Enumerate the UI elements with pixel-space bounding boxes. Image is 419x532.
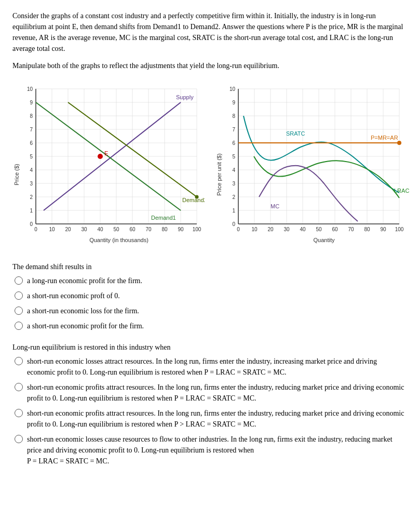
radio-circle-q2-1[interactable] [15,357,23,365]
question1-option1[interactable]: a long-run economic profit for the firm. [15,275,407,286]
pmrar-label: P=MR=AR [371,135,398,141]
svg-text:4: 4 [30,167,33,173]
mc-label: MC [271,203,279,209]
svg-text:0: 0 [30,221,33,227]
lrac-label: LRAC [394,188,409,194]
question2-option1[interactable]: short-run economic losses attract resour… [15,356,407,378]
mc-curve [259,166,358,221]
svg-text:10: 10 [27,86,33,92]
industry-graph[interactable]: Price ($) Quantity (in thousands) [12,84,205,247]
svg-text:1: 1 [30,208,33,214]
option2-text: a short-run economic proft of 0. [27,290,407,301]
question2-option4[interactable]: short-run economic losses cause resource… [15,434,407,467]
graph1-ylabel: Price ($) [13,164,20,185]
question1-options: a long-run economic profit for the firm.… [15,275,407,331]
option1-text: a long-run economic profit for the firm. [27,275,407,286]
svg-text:4: 4 [232,167,235,173]
pmrar-endpoint [397,141,401,145]
question2-options: short-run economic losses attract resour… [15,356,407,467]
svg-text:8: 8 [232,113,235,119]
radio-circle-3[interactable] [15,307,23,315]
radio-circle-4[interactable] [15,322,23,330]
option4-text: a short-run economic profit for the firm… [27,321,407,331]
question2-option3[interactable]: short-run economic profits attract resou… [15,408,407,430]
svg-text:7: 7 [30,127,33,132]
svg-text:0: 0 [237,227,240,232]
svg-text:30: 30 [81,227,87,232]
graph2-xlabel: Quantity [314,237,335,243]
svg-text:60: 60 [129,227,136,232]
svg-text:40: 40 [97,227,103,232]
graph1-xlabel: Quantity (in thousands) [89,237,148,243]
question1-option2[interactable]: a short-run economic proft of 0. [15,290,407,301]
graph2-ylabel: Price per unit ($) [216,153,222,195]
svg-text:6: 6 [30,140,33,146]
svg-text:20: 20 [65,227,71,232]
firm-svg: Price per unit ($) Quantity [215,84,412,245]
question1-option4[interactable]: a short-run economic profit for the firm… [15,321,407,331]
svg-text:10: 10 [251,227,258,232]
intro-paragraph2: Manipulate both of the graphs to reflect… [12,60,407,71]
svg-text:6: 6 [232,140,235,146]
svg-text:10: 10 [49,227,55,232]
radio-circle-1[interactable] [15,276,23,285]
point-e [98,154,103,159]
svg-text:80: 80 [161,227,168,232]
question2-prompt: Long-run equilibrium is restored in this… [12,342,407,353]
radio-circle-q2-4[interactable] [15,435,23,443]
option3-text: a short-run economic loss for the firm. [27,305,407,316]
svg-text:5: 5 [30,154,33,159]
svg-text:40: 40 [300,227,306,232]
q2-option3-text: short-run economic profits attract resou… [27,408,407,430]
sratc-curve [244,116,399,193]
question1-option3[interactable]: a short-run economic loss for the firm. [15,305,407,316]
svg-text:30: 30 [283,227,290,232]
svg-text:5: 5 [232,154,235,159]
supply-label: Supply [176,94,194,100]
svg-text:50: 50 [113,227,119,232]
svg-text:2: 2 [232,194,235,200]
graphs-container: Price ($) Quantity (in thousands) [12,84,407,247]
svg-text:70: 70 [348,227,354,232]
demand1-label: Demand1 [151,215,176,221]
q2-option1-text: short-run economic losses attract resour… [27,356,407,378]
svg-text:0: 0 [232,221,235,227]
svg-text:2: 2 [30,194,33,200]
svg-text:80: 80 [364,227,370,232]
q2-option4-text: short-run economic losses cause resource… [27,434,407,467]
sratc-label: SRATC [286,130,305,137]
svg-text:90: 90 [380,227,386,232]
svg-text:90: 90 [178,227,184,232]
radio-circle-2[interactable] [15,291,23,300]
q2-option2-text: short-run economic profits attract resou… [27,382,407,404]
demand2-label: Demand2 [182,197,205,203]
radio-circle-q2-3[interactable] [15,409,23,417]
question2-option2[interactable]: short-run economic profits attract resou… [15,382,407,404]
svg-text:100: 100 [395,227,404,232]
question1-prompt: The demand shift results in [12,261,407,272]
svg-text:0: 0 [34,227,37,232]
svg-text:8: 8 [30,113,33,119]
svg-text:9: 9 [232,100,235,105]
svg-text:1: 1 [232,208,235,214]
point-e-label: E [104,150,108,156]
svg-text:100: 100 [193,227,201,232]
svg-text:20: 20 [267,227,274,232]
industry-svg: Price ($) Quantity (in thousands) [12,84,205,245]
svg-text:50: 50 [316,227,322,232]
svg-text:3: 3 [30,181,33,187]
svg-text:7: 7 [232,127,235,132]
svg-text:70: 70 [145,227,152,232]
svg-text:9: 9 [30,100,33,105]
svg-text:10: 10 [229,86,236,92]
firm-graph[interactable]: Price per unit ($) Quantity [215,84,412,247]
intro-paragraph1: Consider the graphs of a constant cost i… [12,10,407,54]
radio-circle-q2-2[interactable] [15,383,23,391]
svg-text:3: 3 [232,181,235,187]
demand2-endpoint [195,195,199,199]
svg-text:60: 60 [332,227,338,232]
